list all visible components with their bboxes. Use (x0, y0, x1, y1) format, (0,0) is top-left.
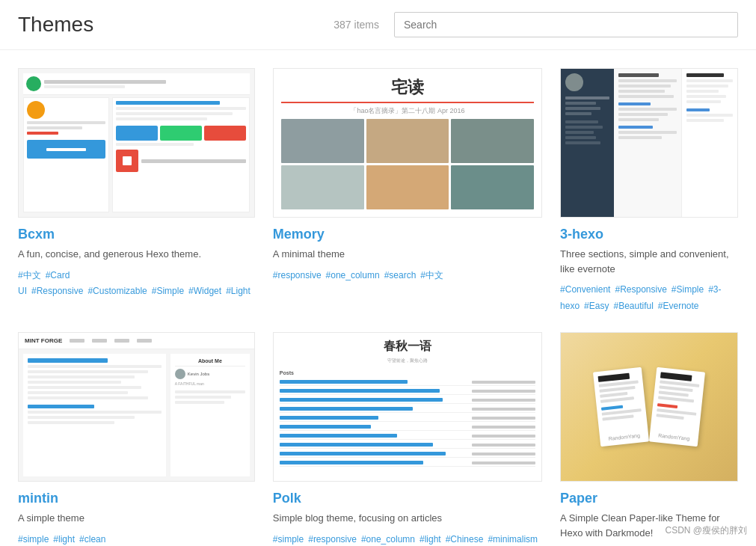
theme-preview-mintin: MINT FORGE (18, 332, 255, 482)
theme-desc-bcxm: A fun, concise, and generous Hexo theme. (18, 247, 255, 262)
theme-tags-memory: #responsive#one_column#search#中文 (273, 268, 542, 284)
theme-desc-memory: A minimal theme (273, 247, 542, 262)
theme-preview-polk: 春秋一语 守望前途，聚焦心路 Posts (273, 332, 542, 482)
themes-grid: BcxmA fun, concise, and generous Hexo th… (0, 50, 756, 546)
theme-card-memory: 宅读 「hao名言摘录」第二十八期 Apr 2016 MemoryA minim… (273, 68, 542, 314)
page-title: Themes (18, 13, 93, 37)
theme-tag[interactable]: #Chinese (446, 534, 484, 545)
theme-tags-polk: #simple#responsive#one_column#light#Chin… (273, 532, 542, 546)
theme-desc-polk: Simple blog theme, focusing on articles (273, 511, 542, 526)
theme-tag[interactable]: #light (53, 534, 75, 545)
theme-name-paper[interactable]: Paper (560, 491, 738, 506)
theme-tag[interactable]: #Simple (152, 286, 184, 296)
theme-card-mintin: MINT FORGE (18, 332, 255, 546)
theme-tag[interactable]: #Convenient (560, 284, 610, 295)
theme-tag[interactable]: #minimalism (488, 534, 538, 545)
theme-tags-mintin: #simple#light#clean (18, 532, 255, 546)
theme-desc-3-hexo: Three sections, simple and convenient, l… (560, 247, 738, 276)
search-input[interactable] (394, 12, 738, 37)
theme-tag[interactable]: #search (384, 270, 417, 280)
theme-card-3-hexo: 3-hexoThree sections, simple and conveni… (560, 68, 738, 314)
theme-tag[interactable]: #Light (226, 286, 251, 296)
theme-name-polk[interactable]: Polk (273, 491, 542, 506)
theme-preview-3-hexo (560, 68, 738, 218)
theme-tag[interactable]: #Easy (584, 301, 609, 311)
theme-preview-memory: 宅读 「hao名言摘录」第二十八期 Apr 2016 (273, 68, 542, 218)
theme-name-memory[interactable]: Memory (273, 227, 542, 242)
theme-tag[interactable]: #responsive (273, 270, 322, 280)
theme-tag[interactable]: #中文 (18, 270, 41, 280)
theme-tag[interactable]: #responsive (308, 534, 357, 545)
theme-card-paper: RandomYang RandomYang PaperA Simple Clea… (560, 332, 738, 546)
theme-tag[interactable]: #Evernote (658, 301, 699, 311)
item-count: 387 items (334, 19, 379, 31)
theme-preview-paper: RandomYang RandomYang (560, 332, 738, 482)
theme-tag[interactable]: #Customizable (87, 286, 147, 296)
theme-desc-mintin: A simple theme (18, 511, 255, 526)
theme-tag[interactable]: #Responsive (615, 284, 666, 295)
theme-tag[interactable]: #中文 (420, 270, 443, 280)
theme-tag[interactable]: #Beautiful (613, 301, 653, 311)
theme-tags-bcxm: #中文#Card UI#Responsive#Customizable#Simp… (18, 268, 255, 300)
theme-tag[interactable]: #Responsive (31, 286, 83, 296)
theme-name-mintin[interactable]: mintin (18, 491, 255, 506)
theme-card-bcxm: BcxmA fun, concise, and generous Hexo th… (18, 68, 255, 314)
theme-tags-3-hexo: #Convenient#Responsive#Simple#3-hexo#Eas… (560, 282, 738, 314)
theme-tag[interactable]: #one_column (361, 534, 415, 545)
page-header: Themes 387 items (0, 0, 756, 50)
theme-card-polk: 春秋一语 守望前途，聚焦心路 Posts (273, 332, 542, 546)
theme-tag[interactable]: #simple (18, 534, 49, 545)
theme-tag[interactable]: #Simple (672, 284, 704, 295)
watermark: CSDN @瘦侯的胖刘 (665, 524, 747, 537)
theme-preview-bcxm (18, 68, 255, 218)
theme-tag[interactable]: #Widget (188, 286, 221, 296)
theme-name-bcxm[interactable]: Bcxm (18, 227, 255, 242)
theme-tag[interactable]: #simple (273, 534, 304, 545)
theme-name-3-hexo[interactable]: 3-hexo (560, 227, 738, 242)
theme-tag[interactable]: #light (420, 534, 441, 545)
theme-tag[interactable]: #clean (79, 534, 105, 545)
theme-tag[interactable]: #one_column (326, 270, 380, 280)
